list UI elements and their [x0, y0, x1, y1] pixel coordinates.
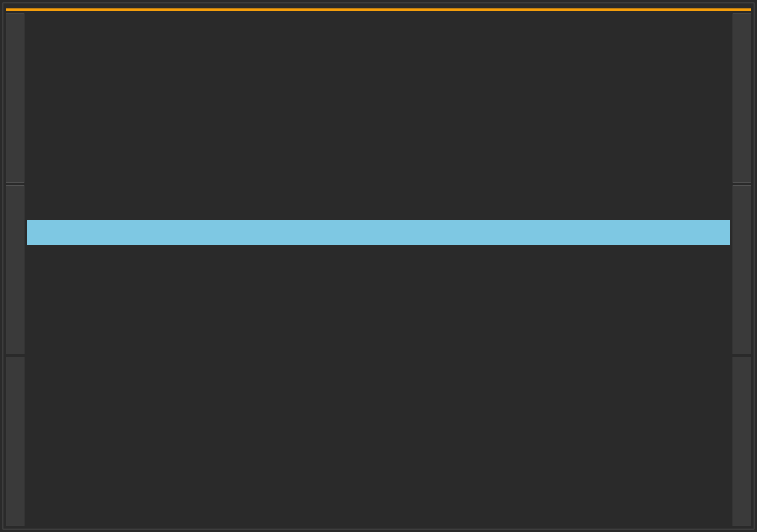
l2-slices-top: [27, 212, 730, 218]
gpu-block-diagram: [3, 3, 754, 529]
l2-cache-area: [27, 212, 730, 253]
l2-slices-bottom: [27, 247, 730, 253]
gpc-row-top: [27, 13, 730, 209]
memory-controller: [733, 185, 751, 355]
memory-controller: [6, 357, 24, 526]
memory-controller: [6, 185, 24, 355]
memory-controller: [733, 357, 751, 526]
main-area: [3, 13, 754, 529]
gpc-row-bottom: [27, 255, 730, 451]
memory-controllers-left: [6, 13, 24, 526]
l2-cache: [27, 220, 730, 245]
center-area: [27, 13, 730, 526]
memory-controller: [733, 13, 751, 183]
gigathread-engine: [6, 8, 751, 11]
memory-controllers-right: [733, 13, 751, 526]
memory-controller: [6, 13, 24, 183]
pci-host-interface: [3, 3, 754, 7]
